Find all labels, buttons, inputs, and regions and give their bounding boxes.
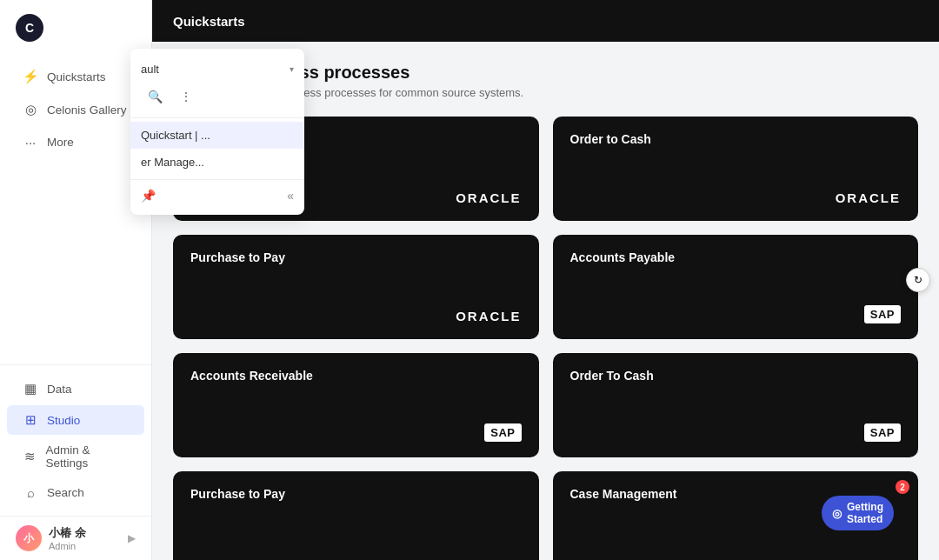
scroll-indicator[interactable]: ↻ xyxy=(906,268,930,292)
topbar-title: Quickstarts xyxy=(173,14,245,29)
card-logo: ORACLE xyxy=(570,190,902,205)
sidebar-item-quickstarts[interactable]: ⚡ Quickstarts xyxy=(7,61,144,92)
sidebar-item-label: More xyxy=(47,136,74,149)
card-purchase-to-pay-bottom[interactable]: Purchase to Pay xyxy=(173,471,539,560)
dropdown-link-quickstart[interactable]: Quickstart | ... xyxy=(130,122,304,149)
dropdown-footer: 📌 « xyxy=(130,183,304,208)
chevron-down-icon: ▾ xyxy=(290,64,294,74)
dropdown-actions: 🔍 ⋮ xyxy=(130,83,304,114)
search-icon: ⌕ xyxy=(23,485,38,500)
oracle-logo: ORACLE xyxy=(836,190,901,205)
celonis-gallery-icon: ◎ xyxy=(23,102,38,117)
getting-started-icon: ◎ xyxy=(832,507,842,520)
chevron-right-icon: ▶ xyxy=(128,532,136,544)
sidebar-item-admin[interactable]: ≋ Admin & Settings xyxy=(7,437,144,477)
card-logo: SAP xyxy=(570,305,902,323)
oracle-logo: ORACLE xyxy=(456,190,521,205)
card-purchase-to-pay-oracle[interactable]: Purchase to Pay ORACLE xyxy=(173,235,539,339)
user-info: 小椿 余 Admin xyxy=(49,525,121,551)
card-case-management[interactable]: Case Management ◎ Getting Started 2 xyxy=(553,471,919,560)
studio-icon: ⊞ xyxy=(23,412,38,428)
card-title: Purchase to Pay xyxy=(190,487,522,501)
more-icon: ··· xyxy=(23,135,38,150)
user-role: Admin xyxy=(49,541,121,551)
sidebar-item-celonis-gallery[interactable]: ◎ Celonis Gallery xyxy=(7,94,144,125)
sidebar-item-data[interactable]: ▦ Data xyxy=(7,374,144,403)
dropdown-panel: ault ▾ 🔍 ⋮ Quickstart | ... er Manage...… xyxy=(130,49,304,215)
sap-logo: SAP xyxy=(864,423,901,442)
quickstarts-icon: ⚡ xyxy=(23,69,38,84)
pin-icon[interactable]: 📌 xyxy=(141,189,156,203)
more-action-button[interactable]: ⋮ xyxy=(173,86,199,107)
sap-logo: SAP xyxy=(864,305,901,323)
dropdown-header-text: ault xyxy=(141,63,159,76)
sap-logo: SAP xyxy=(484,423,521,442)
refresh-icon: ↻ xyxy=(914,274,922,286)
logo-circle: C xyxy=(16,14,43,42)
user-name: 小椿 余 xyxy=(49,525,121,541)
getting-started-count: 2 xyxy=(896,480,909,494)
sidebar-item-label: Search xyxy=(47,486,84,499)
card-accounts-receivable-sap[interactable]: Accounts Receivable SAP xyxy=(173,353,539,457)
dropdown-divider-2 xyxy=(130,179,304,180)
card-accounts-payable-sap[interactable]: Accounts Payable SAP xyxy=(553,235,919,339)
dropdown-link-manage[interactable]: er Manage... xyxy=(130,149,304,176)
card-logo: SAP xyxy=(570,423,902,442)
sidebar-item-studio[interactable]: ⊞ Studio xyxy=(7,405,144,435)
card-order-to-cash-sap[interactable]: Order To Cash SAP xyxy=(553,353,919,457)
sidebar-item-search[interactable]: ⌕ Search xyxy=(7,478,144,507)
admin-icon: ≋ xyxy=(23,449,37,464)
sidebar-item-label: Admin & Settings xyxy=(46,443,129,470)
card-title: Accounts Payable xyxy=(570,250,902,264)
sidebar: C ⚡ Quickstarts ◎ Celonis Gallery ··· Mo… xyxy=(0,0,152,560)
getting-started-label: Getting Started xyxy=(847,501,883,525)
avatar: 小 xyxy=(16,525,42,551)
card-title: Accounts Receivable xyxy=(190,369,522,383)
sidebar-item-label: Studio xyxy=(47,414,80,427)
card-logo: SAP xyxy=(190,423,522,442)
card-order-to-cash-oracle[interactable]: Order to Cash ORACLE xyxy=(553,117,919,221)
card-title: Order to Cash xyxy=(570,132,902,146)
user-section[interactable]: 小 小椿 余 Admin ▶ xyxy=(0,516,151,560)
sidebar-item-more[interactable]: ··· More xyxy=(7,127,144,157)
sidebar-item-label: Celonis Gallery xyxy=(47,103,127,117)
collapse-icon[interactable]: « xyxy=(287,189,294,203)
card-title: Purchase to Pay xyxy=(190,250,522,264)
search-action-button[interactable]: 🔍 xyxy=(141,86,170,107)
card-title: Order To Cash xyxy=(570,369,902,383)
dropdown-divider xyxy=(130,117,304,118)
dropdown-header[interactable]: ault ▾ xyxy=(130,56,304,83)
topbar: Quickstarts xyxy=(152,0,939,42)
sidebar-item-label: Data xyxy=(47,383,72,396)
sidebar-item-label: Quickstarts xyxy=(47,70,106,83)
card-logo: ORACLE xyxy=(190,309,522,323)
sidebar-bottom: ▦ Data ⊞ Studio ≋ Admin & Settings ⌕ Sea… xyxy=(0,364,151,516)
app-logo[interactable]: C xyxy=(0,0,151,56)
getting-started-button[interactable]: ◎ Getting Started xyxy=(822,496,894,530)
sidebar-nav: ⚡ Quickstarts ◎ Celonis Gallery ··· More xyxy=(0,56,151,364)
oracle-logo: ORACLE xyxy=(456,309,521,323)
data-icon: ▦ xyxy=(23,381,38,397)
